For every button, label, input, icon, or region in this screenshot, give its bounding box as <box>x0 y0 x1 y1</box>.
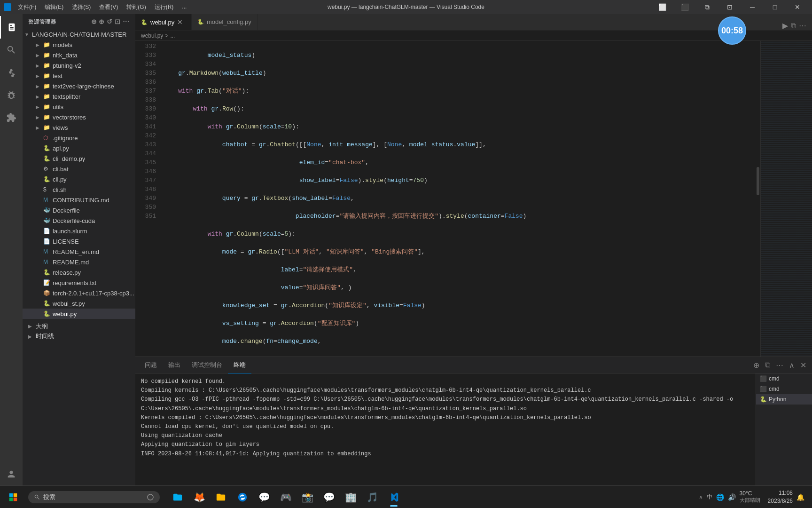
tree-root[interactable]: ▼ LANGCHAIN-CHATGLM-MASTER <box>23 29 135 40</box>
tree-item-utils[interactable]: ▶📁utils <box>23 102 135 112</box>
window-settings-btn[interactable]: ⊡ <box>719 0 741 14</box>
tree-item-dockerfilecuda[interactable]: ▶🐳Dockerfile-cuda <box>23 215 135 226</box>
requirements-label: requirements.txt <box>53 279 96 286</box>
activity-account[interactable] <box>0 463 23 485</box>
outline-section[interactable]: ▶ 大纲 <box>23 321 135 331</box>
panel-split-icon[interactable]: ⧉ <box>763 360 772 370</box>
tab-webui[interactable]: 🐍 webui.py ✕ <box>135 14 192 30</box>
tree-item-vectorstores[interactable]: ▶📁vectorstores <box>23 112 135 122</box>
new-folder-icon[interactable]: ⊕ <box>99 18 105 25</box>
menu-view[interactable]: 查看(V) <box>95 2 122 12</box>
terminal-output[interactable]: No compiled kernel found. Compiling kern… <box>135 373 756 498</box>
taskbar-lang-icon[interactable]: 中 <box>707 493 712 501</box>
taskbar-app-msg[interactable]: 💬 <box>319 487 339 508</box>
tree-item-release[interactable]: ▶🐍release.py <box>23 267 135 278</box>
taskbar-app-office[interactable]: 🏢 <box>340 487 361 508</box>
activity-extensions[interactable] <box>0 106 23 129</box>
tree-item-license[interactable]: ▶📄LICENSE <box>23 236 135 246</box>
menu-goto[interactable]: 转到(G) <box>123 2 149 12</box>
terminal-instance-python[interactable]: 🐍 Python <box>756 394 812 405</box>
panel-tab-problems[interactable]: 问题 <box>139 357 163 373</box>
tree-item-webui[interactable]: ▶🐍webui.py <box>23 309 135 319</box>
tree-item-dockerfile[interactable]: ▶🐳Dockerfile <box>23 205 135 215</box>
panel-up-icon[interactable]: ∧ <box>787 360 796 371</box>
run-icon[interactable]: ▶ <box>782 21 788 30</box>
menu-run[interactable]: 运行(R) <box>151 2 178 12</box>
tree-item-views[interactable]: ▶📁views <box>23 122 135 133</box>
minimize-button[interactable]: ─ <box>742 0 763 14</box>
tree-item-torch[interactable]: ▶📦torch-2.0.1+cu117-cp38-cp3... <box>23 288 135 298</box>
tree-item-clish[interactable]: ▶$cli.sh <box>23 184 135 195</box>
maximize-button[interactable]: □ <box>764 0 786 14</box>
close-button[interactable]: ✕ <box>787 0 808 14</box>
tree-item-nltk[interactable]: ▶📁nltk_data <box>23 50 135 60</box>
split-editor-icon[interactable]: ⧉ <box>791 22 796 30</box>
window-layout-btn[interactable]: ⬜ <box>651 0 673 14</box>
tree-item-clibat[interactable]: ▶⚙cli.bat <box>23 164 135 174</box>
tree-item-test[interactable]: ▶📁test <box>23 71 135 81</box>
breadcrumb-path[interactable]: ... <box>170 32 175 39</box>
taskbar-search-box[interactable]: 搜索 <box>28 491 160 503</box>
start-button[interactable] <box>4 488 23 507</box>
tab-modelconfig[interactable]: 🐍 model_config.py <box>192 14 258 30</box>
tree-item-models[interactable]: ▶📁models <box>23 40 135 50</box>
tree-item-webuist[interactable]: ▶🐍webui_st.py <box>23 298 135 309</box>
timeline-section[interactable]: ▶ 时间线 <box>23 331 135 341</box>
collapse-icon[interactable]: ⊡ <box>115 18 121 25</box>
taskbar-app-vscode[interactable] <box>383 487 404 508</box>
menu-more[interactable]: ... <box>178 2 190 12</box>
menu-select[interactable]: 选择(S) <box>68 2 94 12</box>
add-terminal-icon[interactable]: ⊕ <box>751 360 761 371</box>
panel-tab-output[interactable]: 输出 <box>163 357 186 373</box>
taskbar-app-edge[interactable] <box>232 487 253 508</box>
activity-git[interactable] <box>0 61 23 84</box>
panel-tab-debug[interactable]: 调试控制台 <box>186 357 228 373</box>
activity-search[interactable] <box>0 39 23 61</box>
refresh-icon[interactable]: ↺ <box>107 18 113 25</box>
taskbar-app-wechat[interactable]: 💬 <box>254 487 274 508</box>
tree-item-readme[interactable]: ▶MREADME.md <box>23 257 135 267</box>
window-split-btn[interactable]: ⧉ <box>696 0 718 14</box>
menu-edit[interactable]: 编辑(E) <box>41 2 67 12</box>
panel-close-icon[interactable]: ✕ <box>798 360 808 371</box>
taskbar-app-camera[interactable]: 📸 <box>297 487 318 508</box>
tree-item-requirements[interactable]: ▶📝requirements.txt <box>23 278 135 288</box>
panel-more-icon[interactable]: ⋯ <box>774 360 785 371</box>
tree-item-clidemo[interactable]: ▶🐍cli_demo.py <box>23 153 135 164</box>
tree-item-textsplitter[interactable]: ▶📁textsplitter <box>23 91 135 102</box>
tree-item-ptuning[interactable]: ▶📁ptuning-v2 <box>23 60 135 71</box>
new-file-icon[interactable]: ⊕ <box>91 18 97 25</box>
taskbar-app-music[interactable]: 🎵 <box>362 487 383 508</box>
terminal-instance-cmd1[interactable]: ⬛ cmd <box>756 373 812 384</box>
taskbar-app-firefox[interactable]: 🦊 <box>189 487 210 508</box>
editor-scrollbar[interactable] <box>756 41 760 357</box>
code-line-339: show_label=False).style(height=750) <box>164 176 756 185</box>
taskbar-volume-icon[interactable]: 🔊 <box>728 493 736 501</box>
activity-explorer[interactable] <box>0 16 23 39</box>
taskbar-network-icon[interactable]: 🌐 <box>716 493 724 501</box>
taskbar-app-files[interactable] <box>211 487 231 508</box>
tree-item-text2vec[interactable]: ▶📁text2vec-large-chinese <box>23 81 135 91</box>
code-content[interactable]: model_status) gr.Markdown(webui_title) w… <box>160 41 756 357</box>
activity-debug[interactable] <box>0 84 23 106</box>
more-icon[interactable]: ⋯ <box>123 18 130 25</box>
tree-item-api[interactable]: ▶🐍api.py <box>23 143 135 153</box>
taskbar-app-game[interactable]: 🎮 <box>275 487 296 508</box>
tree-item-gitignore[interactable]: ▶⬡.gitignore <box>23 133 135 143</box>
more-actions-icon[interactable]: ⋯ <box>799 21 806 30</box>
tree-item-launch[interactable]: ▶📄launch.slurm <box>23 226 135 236</box>
taskbar-clock[interactable]: 11:08 2023/8/26 <box>768 489 793 505</box>
code-editor[interactable]: 332 333 334 335 336 337 338 339 340 341 … <box>135 41 760 357</box>
menu-file[interactable]: 文件(F) <box>14 2 40 12</box>
tree-item-contributing[interactable]: ▶MCONTRIBUTING.md <box>23 195 135 205</box>
tab-webui-close[interactable]: ✕ <box>177 18 183 26</box>
tree-item-clipy[interactable]: ▶🐍cli.py <box>23 174 135 184</box>
window-layout-btn2[interactable]: ⬛ <box>674 0 695 14</box>
panel-tab-terminal[interactable]: 终端 <box>228 357 251 373</box>
tree-item-readmeen[interactable]: ▶MREADME_en.md <box>23 246 135 257</box>
taskbar-chevron-icon[interactable]: ∧ <box>699 494 703 500</box>
breadcrumb-file[interactable]: webui.py <box>141 32 163 39</box>
taskbar-notification-icon[interactable]: 🔔 <box>796 493 804 501</box>
taskbar-app-explorer[interactable] <box>167 487 188 508</box>
terminal-instance-cmd2[interactable]: ⬛ cmd <box>756 384 812 394</box>
